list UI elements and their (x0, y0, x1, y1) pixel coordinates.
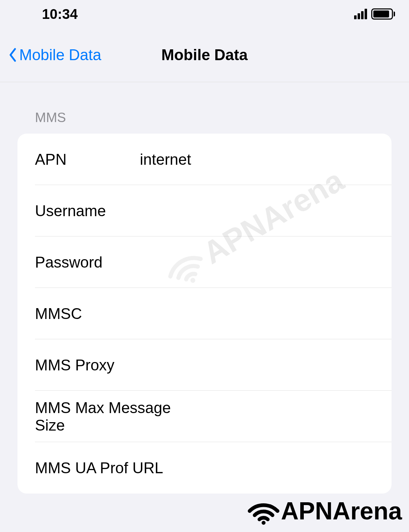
row-mms-proxy[interactable]: MMS Proxy (17, 339, 392, 391)
footer-logo-text: APNArena (281, 497, 402, 525)
input-mmsc[interactable] (140, 305, 374, 322)
status-bar: 10:34 (0, 0, 409, 28)
label-apn: APN (35, 151, 140, 168)
label-mms-max-size: MMS Max Message Size (35, 399, 182, 434)
chevron-left-icon (9, 48, 16, 62)
row-password[interactable]: Password (17, 236, 392, 288)
input-mms-ua-prof[interactable] (182, 459, 374, 477)
page-title: Mobile Data (162, 46, 248, 64)
footer-logo: APNArena (246, 497, 402, 525)
back-label: Mobile Data (19, 46, 101, 64)
status-time: 10:34 (42, 6, 78, 22)
row-mms-max-size[interactable]: MMS Max Message Size (17, 391, 392, 442)
row-apn[interactable]: APN (17, 134, 392, 185)
input-password[interactable] (140, 254, 374, 271)
battery-icon (371, 8, 395, 20)
input-username[interactable] (140, 202, 374, 220)
row-mms-ua-prof[interactable]: MMS UA Prof URL (17, 442, 392, 494)
row-username[interactable]: Username (17, 185, 392, 236)
svg-point-1 (261, 521, 265, 525)
row-mmsc[interactable]: MMSC (17, 288, 392, 339)
label-password: Password (35, 254, 140, 271)
label-username: Username (35, 202, 140, 220)
label-mms-ua-prof: MMS UA Prof URL (35, 459, 182, 477)
back-button[interactable]: Mobile Data (9, 46, 101, 64)
settings-group-mms: APN Username Password MMSC MMS Proxy MMS… (17, 134, 392, 494)
section-header-mms: MMS (35, 110, 392, 125)
input-mms-max-size[interactable] (182, 408, 374, 425)
content-area: MMS APN Username Password MMSC MMS Proxy… (0, 82, 409, 494)
label-mms-proxy: MMS Proxy (35, 356, 140, 374)
input-apn[interactable] (140, 151, 374, 168)
cellular-signal-icon (354, 9, 367, 19)
label-mmsc: MMSC (35, 305, 140, 322)
input-mms-proxy[interactable] (140, 356, 374, 374)
navigation-bar: Mobile Data Mobile Data (0, 28, 409, 82)
status-indicators (354, 8, 395, 20)
wifi-icon (246, 497, 281, 525)
